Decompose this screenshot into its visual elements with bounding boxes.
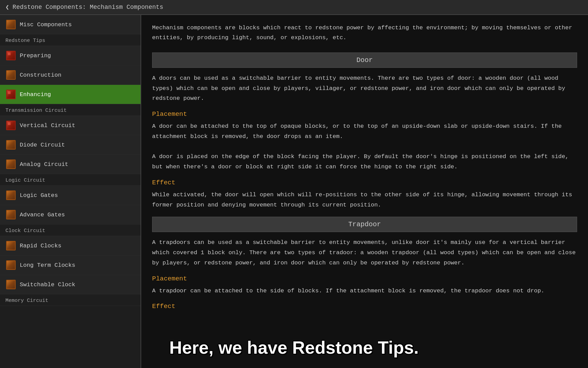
analog-circuit-icon — [5, 159, 16, 170]
sidebar-item-label: Enhancing — [20, 91, 51, 98]
sidebar: Misc Components Redstone Tips Preparing … — [0, 15, 141, 368]
door-placement-title: Placement — [152, 110, 577, 118]
sidebar-item-switchable-clock[interactable]: Switchable Clock — [0, 275, 141, 294]
trapdoor-effect-title: Effect — [152, 303, 577, 310]
main-layout: Misc Components Redstone Tips Preparing … — [0, 15, 588, 368]
sidebar-item-construction[interactable]: Construction — [0, 65, 141, 85]
section-transmission-circuit: Transmission Circuit — [0, 104, 141, 116]
trapdoor-placement-title: Placement — [152, 275, 577, 282]
sidebar-item-label: Logic Gates — [20, 192, 58, 199]
preparing-icon — [5, 50, 16, 61]
sidebar-item-long-term-clocks[interactable]: Long Term Clocks — [0, 256, 141, 275]
door-effect-text: While activated, the door will open whic… — [152, 190, 577, 210]
trapdoor-intro-text: A trapdoors can be used as a switchable … — [152, 237, 577, 268]
sidebar-item-label: Diode Circuit — [20, 142, 65, 148]
door-effect-title: Effect — [152, 179, 577, 186]
sidebar-item-label: Advance Gates — [20, 212, 65, 218]
long-term-clocks-icon — [5, 260, 16, 271]
rapid-clocks-icon — [5, 240, 16, 251]
door-placement-text: A door can be attached to the top of opa… — [152, 121, 577, 172]
trapdoor-placement-text: A trapdoor can be attached to the side o… — [152, 286, 577, 296]
sidebar-item-preparing[interactable]: Preparing — [0, 46, 141, 65]
content-area: Mechanism components are blocks which re… — [141, 15, 588, 368]
diode-circuit-icon — [5, 139, 16, 150]
sidebar-item-label: Rapid Clocks — [20, 243, 61, 249]
page-title: Redstone Components: Mechanism Component… — [13, 4, 163, 11]
door-intro-text: A doors can be used as a switchable barr… — [152, 73, 577, 104]
sidebar-item-label: Vertical Circuit — [20, 122, 75, 129]
sidebar-item-logic-gates[interactable]: Logic Gates — [0, 186, 141, 205]
sidebar-item-label: Switchable Clock — [20, 281, 75, 288]
content-intro: Mechanism components are blocks which re… — [152, 23, 577, 43]
section-title-door: Door — [152, 52, 577, 68]
sidebar-item-advance-gates[interactable]: Advance Gates — [0, 205, 141, 225]
sidebar-item-label: Long Term Clocks — [20, 262, 75, 269]
sidebar-item-enhancing[interactable]: Enhancing — [0, 85, 141, 104]
section-logic-circuit: Logic Circuit — [0, 174, 141, 186]
sidebar-item-misc-components[interactable]: Misc Components — [0, 15, 141, 34]
sidebar-item-label: Construction — [20, 72, 61, 78]
construction-icon — [5, 70, 16, 80]
sidebar-item-analog-circuit[interactable]: Analog Circuit — [0, 155, 141, 174]
sidebar-item-rapid-clocks[interactable]: Rapid Clocks — [0, 236, 141, 256]
section-memory-circuit: Memory Circuit — [0, 294, 141, 306]
sidebar-item-label: Analog Circuit — [20, 161, 68, 168]
sidebar-item-label: Misc Components — [20, 21, 72, 28]
section-redstone-tips: Redstone Tips — [0, 34, 141, 46]
misc-icon — [5, 19, 16, 30]
sidebar-item-diode-circuit[interactable]: Diode Circuit — [0, 135, 141, 155]
back-button[interactable]: ❮ — [5, 3, 9, 11]
switchable-clock-icon — [5, 279, 16, 290]
advance-gates-icon — [5, 209, 16, 220]
section-title-trapdoor: Trapdoor — [152, 217, 577, 232]
enhancing-icon — [5, 89, 16, 100]
section-clock-circuit: Clock Circuit — [0, 225, 141, 236]
top-bar: ❮ Redstone Components: Mechanism Compone… — [0, 0, 588, 15]
sidebar-item-vertical-circuit[interactable]: Vertical Circuit — [0, 116, 141, 135]
vertical-circuit-icon — [5, 120, 16, 131]
sidebar-item-label: Preparing — [20, 52, 51, 59]
logic-gates-icon — [5, 190, 16, 201]
